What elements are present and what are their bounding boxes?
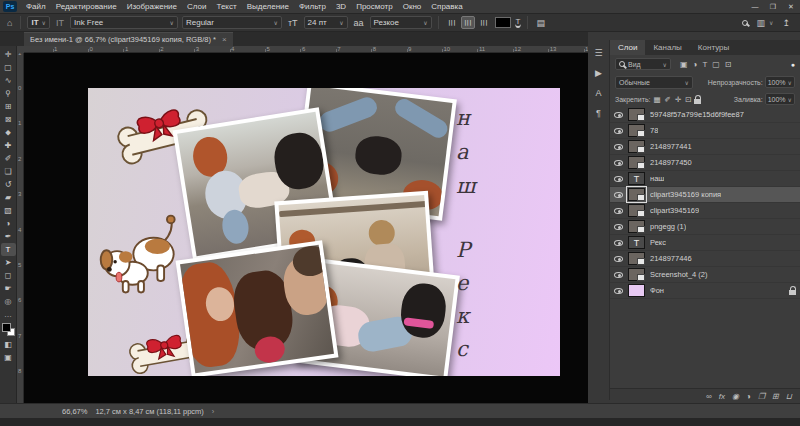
visibility-eye-icon[interactable] (614, 240, 623, 246)
layer-row[interactable]: 2148977446 (610, 251, 800, 267)
type-orientation-icon[interactable]: IT (54, 18, 66, 28)
layer-row[interactable]: clipart3945169 (610, 203, 800, 219)
align-center-icon[interactable]: ☰ (461, 16, 475, 29)
healing-brush-tool-icon[interactable]: ✚ (1, 139, 16, 152)
menu-item-редактирование[interactable]: Редактирование (51, 0, 122, 13)
visibility-eye-icon[interactable] (614, 144, 623, 150)
layer-row[interactable]: TРекс (610, 235, 800, 251)
tab-контуры[interactable]: Контуры (690, 40, 737, 55)
layer-row[interactable]: clipart3945169 копия (610, 187, 800, 203)
share-icon[interactable]: ↥ (780, 18, 792, 28)
foreground-color-swatch[interactable] (2, 323, 11, 332)
type-tool-preset[interactable]: IT ∨ (27, 16, 50, 29)
layer-filter-select[interactable]: Вид ∨ (615, 58, 671, 70)
opacity-field[interactable]: 100% ∨ (765, 76, 795, 88)
layer-row[interactable]: Screenshot_4 (2) (610, 267, 800, 283)
menu-item-текст[interactable]: Текст (211, 0, 241, 13)
anti-alias-select[interactable]: Резкое ∨ (370, 16, 432, 29)
visibility-eye-icon[interactable] (614, 112, 623, 118)
workspace-switcher[interactable]: ▥ ∨ (755, 18, 774, 28)
tab-каналы[interactable]: Каналы (645, 40, 689, 55)
menu-item-фильтр[interactable]: Фильтр (294, 0, 331, 13)
layer-row[interactable]: Фон (610, 283, 800, 299)
status-menu-chevron-icon[interactable]: › (212, 407, 215, 416)
new-group-icon[interactable]: ❐ (758, 392, 765, 401)
layer-row[interactable]: 2148977450 (610, 155, 800, 171)
visibility-eye-icon[interactable] (614, 256, 623, 262)
move-tool-icon[interactable]: ✛ (1, 48, 16, 61)
layer-effects-icon[interactable]: fx (719, 392, 725, 401)
marquee-tool-icon[interactable]: ▢ (1, 61, 16, 74)
close-tab-icon[interactable]: × (222, 35, 227, 44)
layer-row[interactable]: 59748f57a799e15d6f9fee87 (610, 107, 800, 123)
canvas-document[interactable]: наш Рекс (88, 88, 560, 376)
horizontal-ruler[interactable]: 2101234567891011121314 (24, 46, 588, 53)
restore-button[interactable]: ❐ (764, 0, 782, 13)
hand-tool-icon[interactable]: ☛ (1, 282, 16, 295)
zoom-tool-icon[interactable]: ◎ (1, 295, 16, 308)
blend-mode-select[interactable]: Обычные ∨ (615, 76, 693, 89)
menu-item-выделение[interactable]: Выделение (242, 0, 294, 13)
document-tab[interactable]: Без имени-1 @ 66,7% (clipart3945169 копи… (24, 32, 233, 46)
clone-stamp-tool-icon[interactable]: ❏ (1, 165, 16, 178)
brush-tool-icon[interactable]: ✐ (1, 152, 16, 165)
crop-tool-icon[interactable]: ⊞ (1, 100, 16, 113)
lock-all-icon[interactable] (694, 99, 701, 104)
lock-artboard-icon[interactable]: ⊡ (685, 95, 691, 104)
visibility-eye-icon[interactable] (614, 224, 623, 230)
filter-shape-layers-icon[interactable]: ▢ (712, 60, 720, 69)
vertical-ruler[interactable]: 10123456789 (17, 53, 24, 403)
tab-слои[interactable]: Слои (610, 40, 645, 55)
home-icon[interactable]: ⌂ (5, 18, 14, 28)
filter-smart-objects-icon[interactable]: ⊡ (725, 60, 732, 69)
menu-item-файл[interactable]: Файл (21, 0, 51, 13)
menu-item-справка[interactable]: Справка (426, 0, 467, 13)
visibility-eye-icon[interactable] (614, 176, 623, 182)
menu-item-изображение[interactable]: Изображение (122, 0, 182, 13)
frame-tool-icon[interactable]: ⊠ (1, 113, 16, 126)
toggle-panels-icon[interactable]: ▤ (534, 18, 547, 28)
filter-toggle-icon[interactable]: ● (791, 61, 795, 68)
lock-position-icon[interactable]: ✛ (675, 95, 681, 104)
layer-row[interactable]: Tнаш (610, 171, 800, 187)
quick-mask-mode-icon[interactable]: ◧ (1, 338, 16, 351)
lock-paint-icon[interactable]: ✐ (665, 95, 671, 104)
visibility-eye-icon[interactable] (614, 208, 623, 214)
search-icon[interactable] (742, 20, 748, 26)
shape-tool-icon[interactable]: ◻ (1, 269, 16, 282)
new-layer-icon[interactable]: ⊞ (772, 392, 779, 401)
quick-selection-tool-icon[interactable]: ⚲ (1, 87, 16, 100)
color-swatches[interactable] (2, 323, 15, 336)
align-top-icon[interactable]: ☰ (445, 16, 459, 29)
menu-item-просмотр[interactable]: Просмотр (351, 0, 398, 13)
align-bottom-icon[interactable]: ☰ (477, 16, 491, 29)
add-layer-mask-icon[interactable]: ◉ (732, 392, 739, 401)
font-size-select[interactable]: 24 пт ∨ (304, 16, 348, 29)
character-panel-icon[interactable]: A (591, 86, 607, 100)
history-brush-tool-icon[interactable]: ↺ (1, 178, 16, 191)
eyedropper-tool-icon[interactable]: ⬥ (1, 126, 16, 139)
fill-field[interactable]: 100% ∨ (765, 93, 795, 105)
menu-item-3d[interactable]: 3D (331, 0, 351, 13)
path-selection-tool-icon[interactable]: ➤ (1, 256, 16, 269)
layer-row[interactable]: pngegg (1) (610, 219, 800, 235)
minimize-button[interactable]: — (746, 0, 764, 13)
lasso-tool-icon[interactable]: ∿ (1, 74, 16, 87)
adjustment-layer-icon[interactable]: ◑ (746, 392, 751, 401)
layer-row[interactable]: 2148977441 (610, 139, 800, 155)
visibility-eye-icon[interactable] (614, 128, 623, 134)
edit-toolbar-icon[interactable]: … (1, 308, 16, 321)
visibility-eye-icon[interactable] (614, 160, 623, 166)
link-layers-icon[interactable]: ∞ (706, 392, 712, 401)
filter-type-layers-icon[interactable]: T (702, 60, 707, 69)
font-style-select[interactable]: Regular ∨ (182, 16, 282, 29)
gradient-tool-icon[interactable]: ▧ (1, 204, 16, 217)
visibility-eye-icon[interactable] (614, 272, 623, 278)
paragraph-panel-icon[interactable]: ¶ (591, 106, 607, 120)
menu-item-окно[interactable]: Окно (398, 0, 427, 13)
layer-row[interactable]: 78 (610, 123, 800, 139)
properties-panel-icon[interactable]: ☰ (591, 46, 607, 60)
filter-pixel-layers-icon[interactable]: ▣ (680, 60, 688, 69)
screen-mode-icon[interactable]: ▣ (1, 351, 16, 364)
filter-adjustment-layers-icon[interactable]: ◑ (693, 60, 698, 69)
